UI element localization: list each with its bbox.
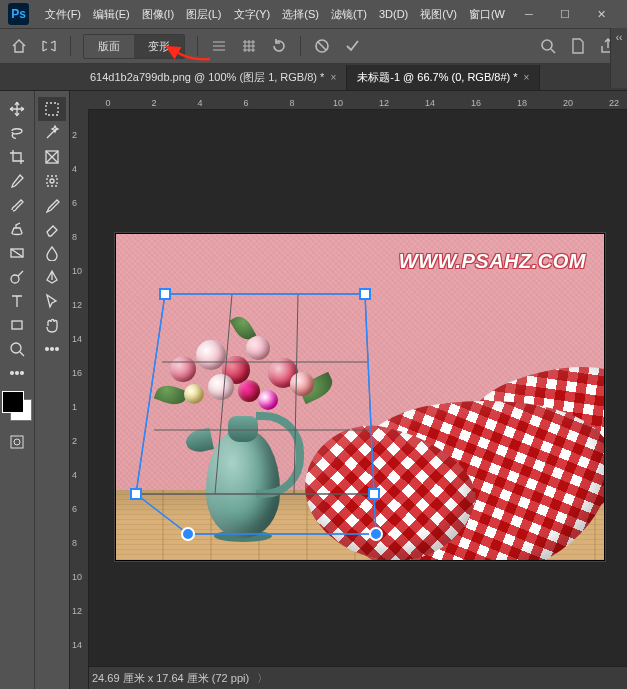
tab-doc-1[interactable]: 614d1b2a799db.png @ 100% (图层 1, RGB/8) *… xyxy=(80,65,347,90)
cancel-icon[interactable] xyxy=(309,33,335,59)
svg-point-17 xyxy=(56,348,59,351)
crop-tool[interactable] xyxy=(3,145,31,169)
ruler-tick: 2 xyxy=(72,130,77,140)
ruler-tick: 6 xyxy=(72,504,77,514)
menu-edit[interactable]: 编辑(E) xyxy=(87,7,136,22)
menu-filter[interactable]: 滤镜(T) xyxy=(325,7,373,22)
menu-select[interactable]: 选择(S) xyxy=(276,7,325,22)
chevron-left-icon: ‹‹ xyxy=(616,32,623,43)
brush-tool[interactable] xyxy=(3,193,31,217)
ruler-tick: 10 xyxy=(72,572,82,582)
healing-tool[interactable] xyxy=(38,169,66,193)
type-tool[interactable] xyxy=(3,289,31,313)
ruler-tick: 2 xyxy=(151,98,156,108)
color-swatches[interactable] xyxy=(2,391,32,421)
status-bar: 24.69 厘米 x 17.64 厘米 (72 ppi) 〉 xyxy=(70,666,627,689)
search-icon[interactable] xyxy=(535,33,561,59)
document-view: 0 2 4 6 8 10 12 14 16 18 20 22 2 4 6 8 1… xyxy=(70,91,627,689)
tab-label: 未标题-1 @ 66.7% (0, RGB/8#) * xyxy=(357,70,517,85)
svg-point-3 xyxy=(11,275,19,283)
reset-icon[interactable] xyxy=(266,33,292,59)
quick-mask-toggle[interactable] xyxy=(6,431,28,453)
ruler-tick: 1 xyxy=(72,402,77,412)
svg-rect-11 xyxy=(46,103,58,115)
gradient-tool[interactable] xyxy=(3,241,31,265)
close-icon[interactable]: × xyxy=(330,72,336,83)
tools-column-b xyxy=(35,91,70,689)
grid-icon[interactable] xyxy=(236,33,262,59)
menu-image[interactable]: 图像(I) xyxy=(136,7,180,22)
svg-point-8 xyxy=(21,372,24,375)
hmenu-icon[interactable] xyxy=(206,33,232,59)
svg-point-15 xyxy=(46,348,49,351)
ruler-tick: 14 xyxy=(425,98,435,108)
tab-label: 614d1b2a799db.png @ 100% (图层 1, RGB/8) * xyxy=(90,70,324,85)
menu-type[interactable]: 文字(Y) xyxy=(228,7,277,22)
history-brush-tool[interactable] xyxy=(38,193,66,217)
menu-window[interactable]: 窗口(W xyxy=(463,7,511,22)
mode-layout[interactable]: 版面 xyxy=(84,35,134,58)
path-select-tool[interactable] xyxy=(38,289,66,313)
home-icon[interactable] xyxy=(6,33,32,59)
svg-point-7 xyxy=(16,372,19,375)
collapsed-right-panel[interactable]: ‹‹ xyxy=(610,28,627,88)
marquee-tool[interactable] xyxy=(38,97,66,121)
edit-toolbar[interactable] xyxy=(38,337,66,361)
menu-file[interactable]: 文件(F) xyxy=(39,7,87,22)
pen-tool[interactable] xyxy=(38,265,66,289)
doc-icon[interactable] xyxy=(565,33,591,59)
close-button[interactable]: ✕ xyxy=(583,4,619,24)
svg-point-16 xyxy=(51,348,54,351)
ruler-tick: 22 xyxy=(609,98,619,108)
separator xyxy=(70,36,71,56)
ruler-tick: 16 xyxy=(72,368,82,378)
clone-tool[interactable] xyxy=(3,217,31,241)
eyedropper-tool[interactable] xyxy=(3,169,31,193)
warp-mode-segment: 版面 变形 xyxy=(83,34,185,59)
maximize-button[interactable]: ☐ xyxy=(547,4,583,24)
mode-warp[interactable]: 变形 xyxy=(134,35,184,58)
horizontal-ruler: 0 2 4 6 8 10 12 14 16 18 20 22 xyxy=(70,91,627,110)
separator xyxy=(300,36,301,56)
transform-icon[interactable] xyxy=(36,33,62,59)
close-icon[interactable]: × xyxy=(524,72,530,83)
svg-rect-19 xyxy=(360,289,370,299)
hand-tool[interactable] xyxy=(38,313,66,337)
commit-icon[interactable] xyxy=(339,33,365,59)
dodge-tool[interactable] xyxy=(3,265,31,289)
eraser-tool[interactable] xyxy=(38,217,66,241)
minimize-button[interactable]: ─ xyxy=(511,4,547,24)
more-tools[interactable] xyxy=(3,361,31,385)
blur-tool[interactable] xyxy=(38,241,66,265)
scene-bouquet xyxy=(150,316,340,436)
svg-point-14 xyxy=(50,179,54,183)
wand-tool[interactable] xyxy=(38,121,66,145)
ruler-tick: 10 xyxy=(333,98,343,108)
app-logo: Ps xyxy=(8,3,29,25)
foreground-color[interactable] xyxy=(2,391,24,413)
chevron-right-icon[interactable]: 〉 xyxy=(257,671,268,686)
lasso-tool[interactable] xyxy=(3,121,31,145)
move-tool[interactable] xyxy=(3,97,31,121)
ruler-tick: 16 xyxy=(471,98,481,108)
ruler-tick: 0 xyxy=(105,98,110,108)
ruler-tick: 18 xyxy=(517,98,527,108)
document-canvas[interactable]: WWW.PSAHZ.COM xyxy=(116,234,604,560)
tab-doc-2[interactable]: 未标题-1 @ 66.7% (0, RGB/8#) *× xyxy=(347,65,540,90)
ruler-tick: 8 xyxy=(72,232,77,242)
zoom-tool[interactable] xyxy=(3,337,31,361)
menu-view[interactable]: 视图(V) xyxy=(414,7,463,22)
menu-3d[interactable]: 3D(D) xyxy=(373,8,414,20)
canvas-area[interactable]: WWW.PSAHZ.COM xyxy=(88,110,627,666)
rectangle-tool[interactable] xyxy=(3,313,31,337)
menu-bar: Ps 文件(F) 编辑(E) 图像(I) 图层(L) 文字(Y) 选择(S) 滤… xyxy=(0,0,627,28)
menu-layer[interactable]: 图层(L) xyxy=(180,7,227,22)
watermark-text: WWW.PSAHZ.COM xyxy=(399,250,586,273)
document-tabs: 614d1b2a799db.png @ 100% (图层 1, RGB/8) *… xyxy=(0,64,627,91)
frame-tool[interactable] xyxy=(38,145,66,169)
ruler-tick: 6 xyxy=(243,98,248,108)
ruler-tick: 14 xyxy=(72,334,82,344)
options-bar: 版面 变形 xyxy=(0,28,627,64)
photoshop-window: Ps 文件(F) 编辑(E) 图像(I) 图层(L) 文字(Y) 选择(S) 滤… xyxy=(0,0,627,689)
svg-rect-9 xyxy=(11,436,23,448)
